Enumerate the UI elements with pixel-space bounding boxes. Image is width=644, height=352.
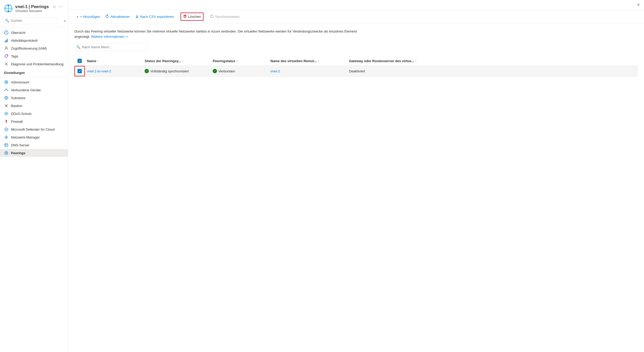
sync-button[interactable]: Synchronisieren (208, 13, 242, 20)
sidebar-header: vnet-1 | Peerings ☆ ··· Virtuelles Netzw… (0, 0, 68, 15)
sidebar-item-defender[interactable]: Microsoft Defender for Cloud (0, 125, 68, 133)
delete-icon (183, 14, 187, 19)
sidebar-item-ddos[interactable]: DDoS-Schutz (0, 110, 68, 118)
refresh-button[interactable]: Aktualisieren (103, 13, 132, 20)
sidebar-item-label: Verbundene Geräte (11, 88, 41, 92)
filter-container: 🔍 (74, 43, 638, 51)
export-icon (135, 14, 139, 19)
page-subtitle: Virtuelles Netzwerk (15, 9, 63, 13)
divider-2 (0, 77, 68, 77)
remote-vnet-link[interactable]: vnet-2 (270, 69, 280, 73)
peering-status-text: Verbunden (219, 69, 235, 73)
sync-status-text: Vollständig synchronisiert (150, 69, 189, 73)
svg-rect-15 (6, 40, 7, 42)
search-row: 🔍 « (0, 15, 68, 26)
devices-icon (4, 88, 8, 92)
header-remote-vnet: Name des virtuellen Remot... ↕ (268, 58, 347, 64)
add-icon: + (77, 15, 79, 19)
table-row: vnet-1-to-vnet-2 ✓ Vollständig synchroni… (74, 66, 638, 77)
row-checkbox-cell (74, 66, 85, 76)
peering-name-link[interactable]: vnet-1-to-vnet-2 (87, 69, 111, 73)
sidebar-item-label: Firewall (11, 120, 23, 124)
sidebar-item-diagnose[interactable]: Diagnose und Problembehandlung (0, 60, 68, 68)
peerings-table: Name ↕ Status der Peeringsy... ↕ Peering… (74, 56, 638, 77)
row-checkbox[interactable] (78, 69, 82, 73)
sidebar-item-label: Peerings (11, 151, 25, 155)
sort-icon-remote[interactable]: ↕ (318, 60, 319, 62)
sidebar-item-label: Aktivitätsprotokoll (11, 39, 37, 42)
subnet-icon (4, 96, 8, 100)
svg-point-39 (7, 137, 8, 138)
sidebar-item-label: Zugriffssteuerung (IAM) (11, 46, 47, 50)
sidebar-item-label: Bastion (11, 104, 22, 108)
sidebar-item-tags[interactable]: Tags (0, 52, 68, 60)
sidebar-item-adressraum[interactable]: Adressraum (0, 78, 68, 86)
sort-icon-gateway[interactable]: ↕ (415, 60, 417, 62)
svg-point-17 (6, 47, 7, 48)
ddos-icon (4, 111, 8, 116)
sidebar-item-bastion[interactable]: Bastion (0, 102, 68, 110)
add-button[interactable]: + + Hinzufügen (74, 13, 102, 20)
export-button[interactable]: Nach CSV exportieren (133, 13, 176, 20)
svg-point-25 (6, 89, 7, 89)
export-label: Nach CSV exportieren (140, 15, 174, 19)
collapse-button[interactable]: « (63, 18, 67, 23)
peerings-icon (4, 151, 8, 155)
header-checkbox-cell (74, 58, 85, 64)
svg-rect-44 (5, 144, 8, 146)
sidebar-item-firewall[interactable]: Firewall (0, 118, 68, 125)
gateway-text: Deaktiviert (349, 69, 365, 73)
sidebar-item-uebersicht[interactable]: Übersicht (0, 29, 68, 36)
activity-icon (4, 38, 8, 42)
search-icon: 🔍 (5, 19, 9, 23)
toolbar-separator (178, 14, 178, 20)
sidebar-item-subnetze[interactable]: Subnetze (0, 94, 68, 102)
page-title-text: vnet-1 | Peerings (15, 4, 49, 9)
diag-icon (4, 62, 8, 66)
filter-icon: 🔍 (76, 45, 80, 49)
close-button[interactable]: × (637, 2, 640, 8)
svg-point-34 (6, 113, 7, 114)
sidebar-item-label: Diagnose und Problembehandlung (11, 62, 63, 66)
svg-point-26 (4, 90, 5, 91)
table-header: Name ↕ Status der Peeringsy... ↕ Peering… (74, 56, 638, 66)
delete-button[interactable]: Löschen (181, 13, 204, 21)
svg-point-12 (6, 32, 7, 33)
sidebar-item-peerings[interactable]: Peerings (0, 149, 68, 157)
header-checkbox[interactable] (78, 59, 82, 63)
toolbar: + + Hinzufügen Aktualisieren Nach CSV ex… (68, 10, 644, 24)
description-text: Durch das Peering virtueller Netzwerke k… (74, 29, 363, 39)
divider-1 (0, 27, 68, 28)
overview-icon (4, 30, 8, 35)
row-peering-status-cell: ✓ Verbunden (211, 66, 268, 76)
svg-point-38 (5, 137, 6, 138)
svg-point-36 (6, 136, 7, 136)
more-options-button[interactable]: ··· (58, 4, 63, 9)
sort-icon-name[interactable]: ↕ (97, 60, 99, 62)
peering-status-icon: ✓ (213, 69, 217, 73)
tags-icon (4, 54, 8, 58)
dns-icon (4, 143, 8, 147)
sync-status-icon: ✓ (145, 69, 149, 73)
favorite-button[interactable]: ☆ (52, 4, 57, 9)
content-area: Durch das Peering virtueller Netzwerke k… (68, 24, 644, 352)
top-bar: × (68, 0, 644, 10)
sort-icon-peering[interactable]: ↕ (236, 60, 238, 62)
sidebar-item-aktivitaet[interactable]: Aktivitätsprotokoll (0, 36, 68, 44)
search-input[interactable] (3, 17, 57, 24)
sidebar-item-netzmgr[interactable]: Netzwerk-Manager (0, 133, 68, 141)
more-info-link[interactable]: Weitere Informationen ↗ (91, 35, 128, 39)
toolbar-separator-2 (206, 14, 206, 20)
header-gateway: Gateway oder Routenserver des virtue... … (347, 58, 638, 64)
sidebar-item-dns[interactable]: DNS-Server (0, 141, 68, 149)
svg-rect-14 (6, 40, 6, 42)
title-actions: ☆ ··· (52, 4, 63, 9)
sidebar-title-block: vnet-1 | Peerings ☆ ··· Virtuelles Netzw… (15, 4, 63, 13)
sidebar-item-geraete[interactable]: Verbundene Geräte (0, 86, 68, 94)
defender-icon (4, 127, 8, 131)
sidebar-item-iam[interactable]: Zugriffssteuerung (IAM) (0, 44, 68, 52)
filter-input[interactable] (74, 43, 148, 51)
refresh-icon (105, 14, 109, 19)
row-gateway-cell: Deaktiviert (347, 66, 638, 76)
sort-icon-sync[interactable]: ↕ (182, 60, 183, 62)
